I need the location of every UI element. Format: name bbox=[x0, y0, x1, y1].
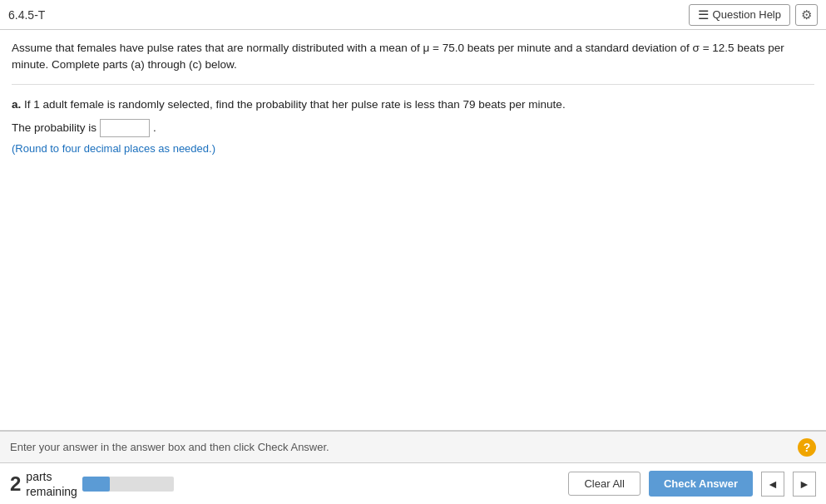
next-icon: ► bbox=[799, 477, 810, 491]
answer-period: . bbox=[153, 121, 156, 134]
parts-remaining-section: 2 parts remaining bbox=[10, 470, 174, 498]
parts-labels: parts remaining bbox=[26, 470, 77, 498]
parts-label: parts bbox=[26, 470, 77, 483]
hint-text: (Round to four decimal places as needed.… bbox=[12, 142, 814, 155]
page-title: 6.4.5-T bbox=[8, 8, 45, 22]
answer-prefix: The probability is bbox=[12, 121, 96, 134]
prev-icon: ◄ bbox=[767, 477, 779, 491]
probability-input[interactable] bbox=[100, 119, 150, 137]
progress-bar-container bbox=[82, 477, 174, 492]
answer-row: The probability is . bbox=[12, 119, 814, 137]
remaining-label: remaining bbox=[26, 485, 77, 498]
header-actions: ☰ Question Help ⚙ bbox=[689, 4, 818, 26]
question-mark-icon: ? bbox=[804, 441, 811, 454]
parts-count: 2 bbox=[10, 474, 21, 494]
problem-text: Assume that females have pulse rates tha… bbox=[12, 40, 814, 85]
settings-button[interactable]: ⚙ bbox=[795, 4, 818, 26]
help-icon-button[interactable]: ? bbox=[798, 438, 816, 457]
part-a-text: If 1 adult female is randomly selected, … bbox=[24, 98, 566, 111]
list-icon: ☰ bbox=[698, 7, 709, 22]
part-a-label: a. If 1 adult female is randomly selecte… bbox=[12, 98, 814, 111]
bottom-controls: 2 parts remaining Clear All Check Answer… bbox=[0, 462, 826, 504]
check-answer-button[interactable]: Check Answer bbox=[649, 471, 753, 497]
prev-button[interactable]: ◄ bbox=[761, 472, 784, 497]
footer-bar: Enter your answer in the answer box and … bbox=[0, 431, 826, 462]
gear-icon: ⚙ bbox=[801, 7, 812, 22]
part-a-letter: a. bbox=[12, 98, 24, 111]
main-content: Assume that females have pulse rates tha… bbox=[0, 30, 826, 431]
progress-bar-fill bbox=[82, 477, 110, 492]
question-help-button[interactable]: ☰ Question Help bbox=[689, 4, 790, 26]
clear-all-button[interactable]: Clear All bbox=[568, 472, 640, 496]
header: 6.4.5-T ☰ Question Help ⚙ bbox=[0, 0, 826, 30]
next-button[interactable]: ► bbox=[793, 472, 816, 497]
question-help-label: Question Help bbox=[713, 8, 781, 21]
footer-instruction: Enter your answer in the answer box and … bbox=[10, 441, 329, 453]
